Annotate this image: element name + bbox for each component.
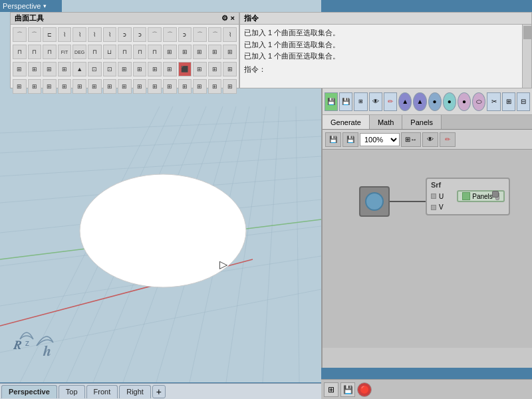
gh-icon-triangle1[interactable]: ▲: [398, 92, 412, 111]
tb-r3-1[interactable]: ⊞: [13, 62, 27, 76]
tb-r4-9[interactable]: ⊞: [133, 79, 147, 94]
tb-r3-9[interactable]: ⊞: [133, 62, 147, 76]
tb-r3-2[interactable]: ⊞: [28, 62, 42, 76]
tb-r4-1[interactable]: ⊞: [13, 79, 27, 94]
tb-r2-15[interactable]: ⊞: [223, 45, 237, 59]
gh-pen-btn[interactable]: ✏: [440, 132, 456, 147]
tb-curve13[interactable]: ⌒: [193, 27, 207, 42]
tb-r4-15[interactable]: ⊞: [223, 79, 237, 94]
tb-r4-4[interactable]: ⊞: [58, 79, 72, 94]
toolbar-settings-btn[interactable]: ⚙: [221, 14, 228, 23]
tb-r2-8[interactable]: ⊓: [118, 45, 132, 59]
tb-r4-3[interactable]: ⊞: [43, 79, 57, 94]
tb-r3-12[interactable]: ⬛: [178, 62, 192, 76]
tb-r3-11[interactable]: ⊞: [163, 62, 177, 76]
gh-tab-math[interactable]: Math: [370, 115, 402, 129]
tb-r2-7[interactable]: ⊔: [103, 45, 117, 59]
tb-r2-14[interactable]: ⊞: [208, 45, 222, 59]
tb-r3-13[interactable]: ⊞: [193, 62, 207, 76]
tb-r4-8[interactable]: ⊞: [118, 79, 132, 94]
gh-icon-circle3[interactable]: ●: [458, 92, 471, 111]
gh-input-connector[interactable]: [359, 186, 390, 217]
gh-icon-save-green[interactable]: 💾: [325, 92, 338, 111]
tb-r2-10[interactable]: ⊓: [148, 45, 162, 59]
tb-r3-8[interactable]: ⊞: [118, 62, 132, 76]
gh-icon-pen[interactable]: ✏: [384, 92, 397, 111]
tab-perspective[interactable]: Perspective: [1, 385, 57, 398]
gh-zoom-select[interactable]: 100% 75% 125% 50%: [360, 133, 400, 146]
dropdown-arrow[interactable]: ▾: [43, 3, 47, 9]
tb-curve9[interactable]: ↄ: [133, 27, 147, 42]
tb-r2-11[interactable]: ⊞: [163, 45, 177, 59]
gh-icon-grid[interactable]: ⊞: [502, 92, 515, 111]
tb-r4-10[interactable]: ⊞: [148, 79, 162, 94]
gh-bottom-btn2[interactable]: 💾: [340, 382, 355, 397]
gh-eye-btn[interactable]: 👁: [422, 132, 438, 147]
gh-icon-triangle2[interactable]: ▲: [413, 92, 426, 111]
command-scrollbar[interactable]: [522, 25, 531, 88]
tb-r3-6[interactable]: ⊡: [88, 62, 102, 76]
tb-r3-10[interactable]: ⊞: [148, 62, 162, 76]
tb-r4-13[interactable]: ⊞: [193, 79, 207, 94]
tb-r3-5[interactable]: ▲: [72, 62, 86, 76]
tb-r2-12[interactable]: ⊞: [178, 45, 192, 59]
gh-icon-save[interactable]: 💾: [339, 92, 352, 111]
tb-curve5[interactable]: ⌇: [72, 27, 86, 42]
tb-r4-5[interactable]: ⊞: [72, 79, 86, 94]
tb-r3-7[interactable]: ⊡: [103, 62, 117, 76]
command-line-4[interactable]: 指令：: [244, 64, 527, 76]
gh-canvas[interactable]: Srf U Panels V: [323, 150, 532, 348]
tb-fit[interactable]: FIT: [58, 45, 72, 59]
gh-zoom-btn[interactable]: ⊞↔: [401, 132, 421, 147]
gh-icon-view[interactable]: 👁: [369, 92, 382, 111]
gh-tab-panels[interactable]: Panels: [402, 115, 442, 129]
tb-curve12[interactable]: ↄ: [178, 27, 192, 42]
tb-r3-15[interactable]: ⊞: [223, 62, 237, 76]
tb-r3-3[interactable]: ⊞: [43, 62, 57, 76]
tb-r3-4[interactable]: ⊞: [58, 62, 72, 76]
gh-icon-zoom-fit[interactable]: ⊞: [354, 92, 367, 111]
tb-r2-2[interactable]: ⊓: [28, 45, 42, 59]
tb-r3-14[interactable]: ⊞: [208, 62, 222, 76]
tb-r4-2[interactable]: ⊞: [28, 79, 42, 94]
tb-r4-12[interactable]: ⊞: [178, 79, 192, 94]
gh-icon-grid2[interactable]: ⊟: [517, 92, 530, 111]
tb-r4-7[interactable]: ⊞: [103, 79, 117, 94]
tb-r4-6[interactable]: ⊞: [88, 79, 102, 94]
tb-curve8[interactable]: ↄ: [118, 27, 132, 42]
gh-icon-circle2[interactable]: ●: [443, 92, 456, 111]
tb-r4-11[interactable]: ⊞: [163, 79, 177, 94]
tb-curve4[interactable]: ⌇: [58, 27, 72, 42]
tab-add-button[interactable]: +: [152, 385, 166, 398]
tb-r2-3[interactable]: ⊓: [43, 45, 57, 59]
gh-icon-circle1[interactable]: ●: [428, 92, 442, 111]
tab-front[interactable]: Front: [86, 385, 118, 398]
tb-r4-14[interactable]: ⊞: [208, 79, 222, 94]
tb-curve10[interactable]: ⌒: [148, 27, 162, 42]
tb-curve15[interactable]: ⌇: [223, 27, 237, 42]
tb-curve7[interactable]: ⌇: [103, 27, 117, 42]
tab-top[interactable]: Top: [59, 385, 85, 398]
toolbar-close-btn[interactable]: ×: [231, 14, 235, 23]
gh-icon-oval[interactable]: ⬭: [472, 92, 485, 111]
gh-bottom-btn1[interactable]: ⊞: [324, 382, 338, 397]
gh-port-u-dot[interactable]: [431, 194, 436, 199]
tb-r2-1[interactable]: ⊓: [13, 45, 27, 59]
tab-right[interactable]: Right: [119, 385, 151, 398]
tb-curve2[interactable]: ⌒: [28, 27, 42, 42]
tb-r2-6[interactable]: ⊓: [88, 45, 102, 59]
gh-tab-generate[interactable]: Generate: [323, 115, 370, 129]
tb-curve14[interactable]: ⌒: [208, 27, 222, 42]
gh-save-btn[interactable]: 💾: [325, 132, 341, 147]
tb-r2-13[interactable]: ⊞: [193, 45, 207, 59]
tb-deg[interactable]: DEG: [72, 45, 86, 59]
tb-curve3[interactable]: ⊏: [43, 27, 57, 42]
gh-connector-box[interactable]: [359, 186, 390, 217]
tb-curve-arc[interactable]: ⌒: [13, 27, 27, 42]
scrollbar-thumb[interactable]: [523, 26, 531, 39]
gh-port-v-dot[interactable]: [431, 205, 436, 210]
gh-bottom-btn3[interactable]: 🔴: [357, 382, 372, 397]
tb-curve6[interactable]: ⌇: [88, 27, 102, 42]
tb-r2-9[interactable]: ⊓: [133, 45, 147, 59]
gh-save2-btn[interactable]: 💾: [342, 132, 358, 147]
